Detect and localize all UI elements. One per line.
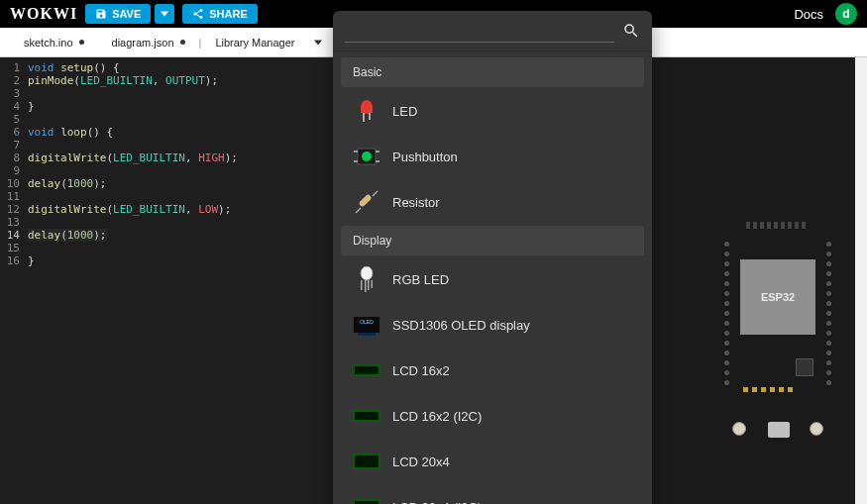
svg-rect-11 [359, 194, 373, 208]
share-icon [192, 8, 204, 20]
svg-rect-17 [372, 280, 374, 288]
save-dropdown[interactable] [155, 4, 174, 24]
save-icon [95, 8, 107, 20]
tab-library-manager[interactable]: Library Manager [201, 28, 308, 56]
parts-picker: Basic LED Pushbutton Resistor Display RG… [333, 11, 652, 504]
svg-point-13 [361, 266, 373, 280]
resistor-icon [353, 188, 380, 216]
part-label: LED [392, 104, 417, 119]
part-label: LCD 20x4 (I2C) [392, 500, 482, 505]
part-rgb-led[interactable]: RGB LED [341, 257, 644, 301]
parts-list[interactable]: Basic LED Pushbutton Resistor Display RG… [333, 51, 652, 504]
lcd-icon [353, 493, 380, 504]
oled-icon: OLED [353, 311, 380, 339]
svg-line-12 [373, 191, 378, 196]
part-led[interactable]: LED [341, 89, 644, 133]
lcd-icon [353, 448, 380, 475]
led-icon [353, 97, 380, 125]
avatar[interactable]: d [835, 3, 857, 25]
board-esp32[interactable]: ESP32 [718, 228, 837, 446]
part-resistor[interactable]: Resistor [341, 180, 644, 224]
tab-more[interactable] [308, 28, 328, 56]
small-chip-icon [796, 358, 813, 376]
parts-search [333, 11, 652, 51]
chip-label: ESP32 [740, 259, 815, 335]
lcd-icon [353, 356, 380, 384]
part-oled[interactable]: OLED SSD1306 OLED display [341, 303, 644, 347]
share-label: SHARE [209, 8, 248, 20]
lcd-icon [353, 402, 380, 430]
svg-rect-1 [361, 107, 373, 113]
search-input[interactable] [345, 19, 614, 43]
usb-port-icon [768, 422, 790, 438]
svg-rect-3 [369, 113, 371, 120]
caret-down-icon [314, 40, 322, 46]
bottom-pads [743, 387, 793, 392]
save-button[interactable]: SAVE [85, 4, 151, 24]
pushbutton-icon [353, 143, 380, 170]
docs-link[interactable]: Docs [794, 7, 823, 22]
share-button[interactable]: SHARE [182, 4, 258, 24]
svg-rect-15 [365, 280, 367, 292]
part-lcd-20x4-i2c[interactable]: LCD 20x4 (I2C) [341, 485, 644, 504]
part-label: LCD 20x4 [392, 454, 450, 469]
logo[interactable]: WOKWI [10, 5, 77, 23]
board-button-left[interactable] [732, 422, 746, 436]
part-lcd-16x2-i2c[interactable]: LCD 16x2 (I2C) [341, 394, 644, 438]
part-lcd-20x4[interactable]: LCD 20x4 [341, 440, 644, 483]
svg-rect-7 [354, 160, 358, 162]
search-icon[interactable] [622, 22, 640, 40]
part-label: LCD 16x2 [392, 363, 450, 378]
svg-rect-16 [368, 280, 370, 290]
category-basic: Basic [341, 57, 644, 87]
svg-rect-14 [361, 280, 363, 290]
caret-down-icon [161, 10, 168, 18]
svg-rect-2 [363, 113, 365, 122]
svg-rect-6 [354, 151, 358, 152]
svg-rect-9 [376, 160, 379, 162]
board-button-right[interactable] [810, 422, 823, 436]
rgb-led-icon [353, 265, 380, 293]
antenna-icon [746, 222, 806, 229]
scrollbar[interactable] [855, 57, 867, 504]
svg-line-10 [356, 208, 361, 213]
code-editor[interactable]: 1void setup() {2pinMode(LED_BUILTIN, OUT… [0, 57, 333, 504]
modified-dot-icon [79, 40, 84, 45]
part-label: RGB LED [392, 272, 449, 287]
modified-dot-icon [180, 40, 185, 45]
tab-diagram[interactable]: diagram.json [98, 28, 199, 56]
svg-rect-8 [376, 151, 379, 152]
category-display: Display [341, 226, 644, 255]
part-lcd-16x2[interactable]: LCD 16x2 [341, 349, 644, 392]
svg-point-5 [362, 151, 372, 161]
part-label: Pushbutton [392, 150, 458, 164]
save-label: SAVE [112, 8, 141, 20]
part-label: Resistor [392, 195, 440, 210]
tab-sketch[interactable]: sketch.ino [10, 28, 98, 56]
part-label: LCD 16x2 (I2C) [392, 409, 482, 424]
pins-left [724, 242, 729, 385]
part-pushbutton[interactable]: Pushbutton [341, 135, 644, 178]
pins-right [826, 242, 831, 385]
part-label: SSD1306 OLED display [392, 318, 530, 333]
